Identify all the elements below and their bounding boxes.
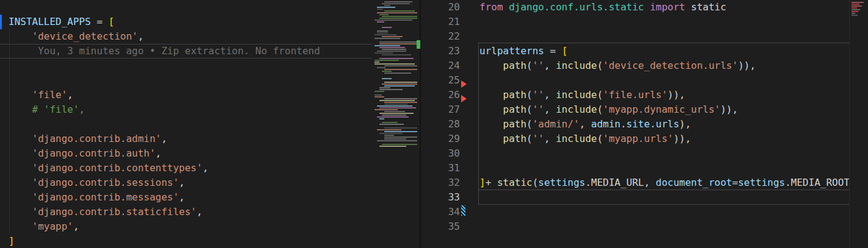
minimap-line — [384, 10, 415, 12]
code-line[interactable] — [0, 73, 372, 88]
minimap-right[interactable] — [849, 0, 868, 248]
code-token: ( — [597, 133, 603, 144]
line-number[interactable]: 26 — [421, 88, 460, 102]
line-number[interactable]: 24 — [421, 58, 460, 73]
line-number[interactable]: 31 — [421, 161, 460, 175]
code-line[interactable] — [479, 205, 868, 219]
code-line[interactable]: 'file', — [0, 88, 372, 102]
minimap-line — [379, 124, 404, 125]
code-token — [9, 162, 32, 174]
code-token: 'device_detection.urls' — [603, 60, 738, 71]
code-token: , — [644, 177, 656, 188]
minimap-line — [379, 100, 415, 101]
code-line[interactable] — [479, 73, 868, 88]
code-line[interactable] — [479, 161, 868, 175]
code-line[interactable] — [479, 219, 868, 234]
git-deleted-marker[interactable] — [461, 95, 467, 102]
code-line[interactable]: 'myapp', — [0, 219, 372, 234]
line-number[interactable]: 34 — [421, 205, 460, 219]
code-token: 'file.urls' — [603, 89, 667, 101]
line-number[interactable]: 33 — [421, 190, 460, 205]
code-line[interactable]: # 'file', — [0, 102, 372, 117]
minimap-added-marker — [417, 40, 420, 49]
code-line[interactable]: 'device_detection', — [0, 29, 372, 44]
code-token: from — [479, 1, 503, 13]
code-line[interactable] — [0, 58, 372, 73]
code-line[interactable]: INSTALLED_APPS = [ — [0, 15, 372, 29]
code-token: 'django.contrib.staticfiles' — [32, 206, 197, 218]
code-line[interactable]: 'django.contrib.sessions', — [0, 175, 372, 190]
code-token: 'myapp' — [32, 221, 73, 232]
minimap[interactable] — [372, 0, 420, 248]
code-token: . — [785, 177, 791, 188]
code-token: admin — [591, 118, 620, 130]
line-number[interactable]: 25 — [421, 73, 460, 88]
code-line[interactable]: 'django.contrib.admin', — [0, 132, 372, 146]
code-line[interactable] — [0, 0, 372, 15]
git-modified-marker[interactable] — [461, 205, 465, 216]
code-line[interactable]: You, 3 minutes ago • Zip extraction. No … — [0, 44, 372, 58]
minimap-line — [375, 63, 415, 65]
code-line[interactable] — [479, 190, 868, 205]
left-code-lines: INSTALLED_APPS = [ 'device_detection', Y… — [0, 0, 372, 248]
code-token: MEDIA_ROOT — [791, 177, 850, 188]
code-token: [ — [109, 16, 115, 27]
code-line[interactable] — [0, 117, 372, 132]
code-token: ( — [597, 89, 603, 101]
minimap-line — [375, 109, 398, 110]
minimap-line — [375, 60, 399, 61]
code-line[interactable] — [479, 146, 868, 161]
minimap-line — [382, 49, 406, 50]
code-line[interactable] — [479, 29, 868, 44]
code-token: , — [179, 177, 185, 188]
code-line[interactable]: 'django.contrib.messages', — [0, 190, 372, 205]
code-line[interactable]: from django.conf.urls.static import stat… — [479, 0, 868, 15]
line-number[interactable]: 35 — [421, 219, 460, 234]
code-line[interactable]: urlpatterns = [ — [479, 44, 868, 58]
line-number[interactable]: 21 — [421, 15, 460, 29]
git-modified-gutter-bar[interactable] — [0, 15, 2, 29]
code-line[interactable]: path('', include('file.urls')), — [479, 88, 868, 102]
minimap-line — [377, 67, 386, 68]
code-token: 'django.contrib.sessions' — [32, 177, 179, 188]
code-line[interactable]: ]+ static(settings.MEDIA_URL, document_r… — [479, 175, 868, 190]
code-token: site — [626, 118, 650, 130]
code-token: ( — [526, 118, 533, 130]
code-token: = — [544, 45, 562, 57]
code-line[interactable] — [479, 15, 868, 29]
code-line[interactable]: path('', include('device_detection.urls'… — [479, 58, 868, 73]
git-deleted-marker[interactable] — [461, 80, 467, 88]
code-line[interactable]: path('', include('myapp.urls')), — [479, 132, 868, 146]
code-token: INSTALLED_APPS — [9, 16, 91, 27]
line-number[interactable]: 27 — [421, 102, 460, 117]
code-line[interactable]: path('', include('myapp.dynamic_urls')), — [479, 102, 868, 117]
line-number[interactable]: 20 — [421, 0, 460, 15]
code-line[interactable]: 'django.contrib.contenttypes', — [0, 161, 372, 175]
code-token: path — [503, 104, 527, 115]
editor-row: 31 — [421, 161, 868, 175]
editor-row: 25 — [421, 73, 868, 88]
line-number[interactable]: 22 — [421, 29, 460, 44]
line-number[interactable]: 28 — [421, 117, 460, 132]
line-number[interactable]: 32 — [421, 175, 460, 190]
editor-row: 30 — [421, 146, 868, 161]
line-number[interactable]: 30 — [421, 146, 460, 161]
code-line[interactable]: 'django.contrib.staticfiles', — [0, 205, 372, 219]
line-number[interactable]: 23 — [421, 44, 460, 58]
minimap-line — [382, 3, 410, 4]
minimap-line — [852, 11, 858, 12]
code-token: ] — [479, 177, 486, 188]
code-token: , — [544, 60, 556, 71]
minimap-line — [375, 38, 400, 39]
code-token: MEDIA_URL — [591, 177, 644, 188]
code-line[interactable]: ] — [0, 234, 372, 248]
line-number[interactable]: 29 — [421, 132, 460, 146]
code-line[interactable]: 'django.contrib.auth', — [0, 146, 372, 161]
code-token — [479, 133, 503, 144]
code-token: 'django.contrib.contenttypes' — [32, 162, 203, 174]
gutter-glyph-margin — [460, 161, 479, 175]
minimap-line — [372, 126, 420, 127]
code-line[interactable]: path('admin/', admin.site.urls), — [479, 117, 868, 132]
code-token: ( — [597, 60, 603, 71]
minimap-line — [377, 105, 412, 107]
